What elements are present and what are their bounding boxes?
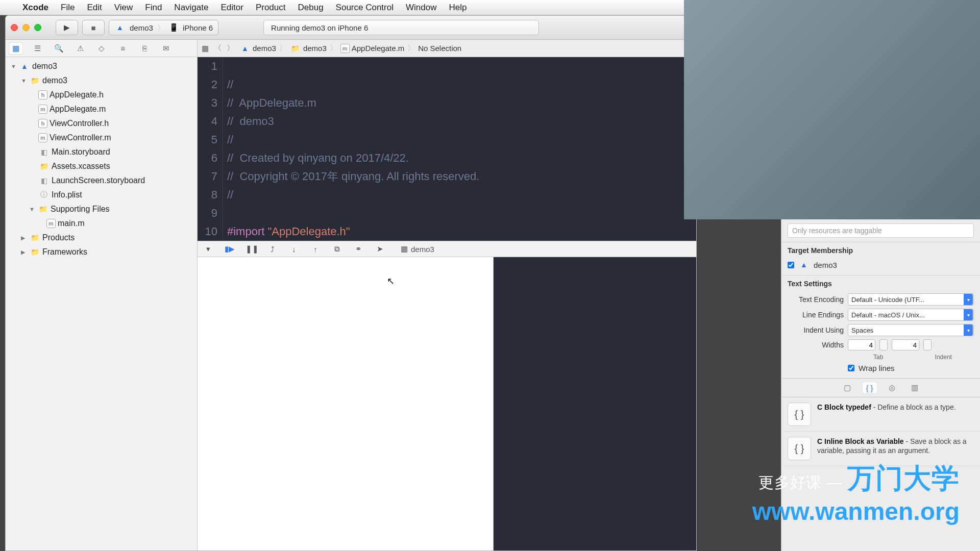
breakpoints-icon[interactable]: ▮▶ [224,244,235,254]
snippet-desc: - Define a block as a type. [871,403,956,411]
tag-field[interactable]: Only resources are taggable [788,223,974,238]
object-library-tab[interactable]: ◎ [885,382,900,394]
tree-supporting[interactable]: ▼📁Supporting Files [6,202,197,216]
step-out-icon[interactable]: ↑ [310,245,321,254]
status-text: Running demo3 on iPhone 6 [271,23,368,32]
snippet-title: C Block typedef [817,403,871,411]
menu-help[interactable]: Help [443,3,473,13]
chevron-right-icon: 〉 [406,43,416,53]
view-hierarchy-icon[interactable]: ⧉ [331,244,342,254]
tree-file[interactable]: ◧Main.storyboard [6,145,197,159]
target-checkbox[interactable] [788,262,794,268]
snippet-title: C Inline Block as Variable [817,437,904,445]
tree-products[interactable]: ▶📁Products [6,231,197,245]
text-settings-header: Text Settings [788,280,974,288]
chevron-right-icon: 〉 [157,23,165,33]
back-button[interactable]: 〈 [214,43,222,53]
tree-group[interactable]: ▼📁demo3 [6,73,197,88]
wrap-checkbox[interactable] [848,365,854,371]
test-navigator-tab[interactable]: ◇ [94,42,109,55]
stop-button[interactable] [82,20,105,35]
tree-file[interactable]: mmain.m [6,216,197,231]
code-editor[interactable]: 12345678910 // // AppDelegate.m // demo3… [198,57,696,241]
symbol-navigator-tab[interactable]: ☰ [30,42,44,55]
report-navigator-tab[interactable]: ✉ [159,42,173,55]
find-navigator-tab[interactable]: 🔍 [52,42,66,55]
tree-file[interactable]: mAppDelegate.m [6,102,197,116]
breadcrumb[interactable]: ▲demo3 〉 📁demo3 〉 mAppDelegate.m 〉 No Se… [239,43,461,53]
editor-area: ▦ 〈 〉 ▲demo3 〉 📁demo3 〉 mAppDelegate.m 〉… [198,40,696,550]
window-controls [11,24,41,31]
breakpoint-navigator-tab[interactable]: ⎘ [137,42,152,55]
snippet-icon: { } [788,403,811,426]
step-into-icon[interactable]: ↓ [288,245,300,254]
tree-file[interactable]: ⓘInfo.plist [6,188,197,202]
debug-toolbar: ▾ ▮▶ ❚❚ ⤴ ↓ ↑ ⧉ ⚭ ➤ ▦demo3 [198,241,696,257]
indent-width-input[interactable] [892,339,919,350]
tab-width-input[interactable] [848,339,875,350]
memory-graph-icon[interactable]: ⚭ [353,244,364,254]
m-file-icon: m [340,44,350,53]
indent-select[interactable]: Spaces▾ [848,324,974,336]
zoom-button[interactable] [34,24,41,31]
indent-stepper[interactable] [923,339,932,350]
run-button[interactable] [56,20,78,35]
media-library-tab[interactable]: ▥ [907,382,922,394]
snippet-item[interactable]: { } C Block typedef - Define a block as … [781,397,980,432]
debug-navigator-tab[interactable]: ≡ [116,42,130,55]
navigator-tabs: ▦ ☰ 🔍 ⚠ ◇ ≡ ⎘ ✉ [6,40,197,57]
variables-view[interactable] [198,257,494,550]
target-membership-item[interactable]: ▲ demo3 [788,259,974,271]
encoding-select[interactable]: Default - Unicode (UTF...▾ [848,293,974,306]
menu-view[interactable]: View [108,3,139,13]
app-icon: ▲ [798,260,810,269]
device-icon: 📱 [169,23,179,32]
tree-file[interactable]: mViewController.m [6,131,197,145]
debug-area [198,257,696,550]
tree-project-root[interactable]: ▼▲demo3 [6,59,197,73]
pause-icon[interactable]: ❚❚ [246,244,257,254]
issue-navigator-tab[interactable]: ⚠ [73,42,87,55]
project-navigator-tab[interactable]: ▦ [9,42,23,55]
menu-window[interactable]: Window [400,3,443,13]
menu-navigate[interactable]: Navigate [168,3,214,13]
tab-caption: Tab [848,354,909,361]
app-menu[interactable]: Xcode [16,3,55,13]
xcode-window-body: ▦ ☰ 🔍 ⚠ ◇ ≡ ⎘ ✉ ▼▲demo3 ▼📁demo3 hAppDele… [5,40,697,551]
endings-select[interactable]: Default - macOS / Unix...▾ [848,309,974,321]
hide-debug-area-icon[interactable]: ▾ [203,244,214,254]
code-snippet-tab[interactable]: { } [862,382,877,394]
jump-bar: ▦ 〈 〉 ▲demo3 〉 📁demo3 〉 mAppDelegate.m 〉… [198,40,696,57]
menu-debug[interactable]: Debug [291,3,329,13]
tree-file[interactable]: ◧LaunchScreen.storyboard [6,173,197,188]
debug-target[interactable]: ▦demo3 [401,244,434,254]
scheme-selector[interactable]: ▲ demo3 〉 📱 iPhone 6 [109,20,218,35]
tree-file[interactable]: hViewController.h [6,116,197,131]
proj-icon: ▲ [239,44,251,53]
menu-find[interactable]: Find [139,3,168,13]
tree-file[interactable]: hAppDelegate.h [6,88,197,102]
tab-stepper[interactable] [879,339,888,350]
target-membership-header: Target Membership [788,246,974,255]
minimize-button[interactable] [22,24,30,31]
forward-button[interactable]: 〉 [227,43,234,53]
menu-product[interactable]: Product [250,3,292,13]
menu-editor[interactable]: Editor [214,3,249,13]
scheme-target-label: demo3 [130,23,153,32]
menu-file[interactable]: File [55,3,81,13]
source-text[interactable]: // // AppDelegate.m // demo3 // // Creat… [223,57,479,241]
location-icon[interactable]: ➤ [374,244,385,254]
file-template-tab[interactable]: ▢ [840,382,855,394]
encoding-label: Text Encoding [788,295,844,304]
grid-icon: ▦ [401,244,408,254]
step-over-icon[interactable]: ⤴ [267,245,278,254]
tree-frameworks[interactable]: ▶📁Frameworks [6,245,197,259]
tree-file[interactable]: 📁Assets.xcassets [6,159,197,173]
scheme-device-label: iPhone 6 [183,23,213,32]
menu-source-control[interactable]: Source Control [330,3,400,13]
menu-edit[interactable]: Edit [81,3,108,13]
console-view[interactable] [494,257,696,550]
line-gutter: 12345678910 [198,57,223,241]
close-button[interactable] [11,24,18,31]
related-items-icon[interactable]: ▦ [202,44,209,53]
